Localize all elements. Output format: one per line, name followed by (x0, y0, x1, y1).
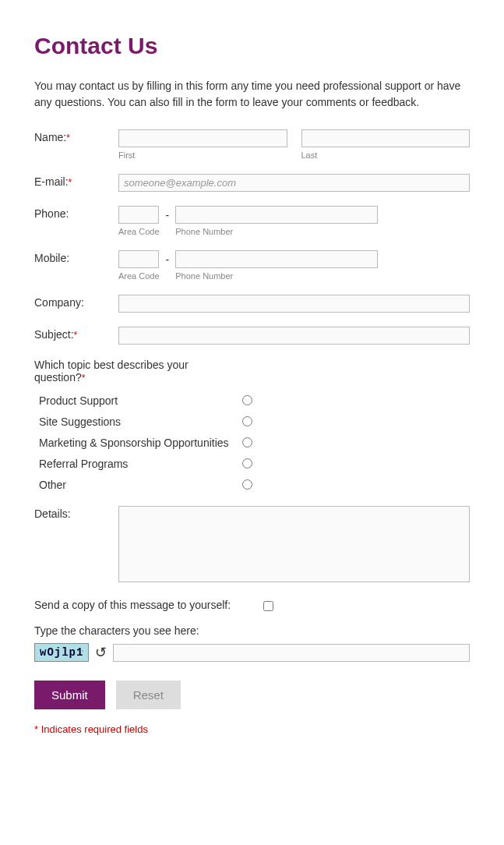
topic-radio-product-support[interactable] (242, 395, 252, 405)
phone-number-sublabel: Phone Number (175, 227, 470, 236)
first-name-input[interactable] (118, 129, 287, 147)
topic-question: Which topic best describes your question… (34, 359, 237, 384)
phone-number-input[interactable] (175, 206, 378, 224)
phone-area-sublabel: Area Code (118, 227, 160, 236)
mobile-number-sublabel: Phone Number (175, 271, 470, 281)
name-label: Name:* (34, 129, 118, 143)
details-textarea[interactable] (118, 506, 470, 582)
company-label: Company: (34, 295, 118, 309)
captcha-input[interactable] (113, 644, 470, 662)
email-label: E-mail:* (34, 174, 118, 188)
dash-separator: - (166, 206, 170, 221)
intro-text: You may contact us by filling in this fo… (34, 78, 470, 111)
topic-option-label: Referral Programs (34, 453, 234, 474)
captcha-image: wOjlp1 (34, 643, 89, 662)
dash-separator: - (166, 250, 170, 266)
page-title: Contact Us (34, 33, 470, 59)
mobile-label: Mobile: (34, 250, 118, 264)
subject-label: Subject:* (34, 327, 118, 341)
topic-radio-marketing[interactable] (242, 437, 252, 447)
submit-button[interactable]: Submit (34, 681, 105, 709)
mobile-area-input[interactable] (118, 250, 159, 268)
last-name-input[interactable] (301, 129, 471, 147)
mobile-number-input[interactable] (175, 250, 378, 268)
details-label: Details: (34, 506, 118, 520)
mobile-area-sublabel: Area Code (118, 271, 160, 281)
subject-input[interactable] (118, 327, 470, 345)
topic-option-label: Site Suggestions (34, 411, 234, 432)
reset-button[interactable]: Reset (116, 681, 181, 709)
topic-option-label: Other (34, 474, 234, 495)
topic-radio-other[interactable] (242, 479, 252, 490)
phone-label: Phone: (34, 206, 118, 220)
topic-option-label: Product Support (34, 390, 234, 411)
topic-radio-site-suggestions[interactable] (242, 416, 252, 426)
last-name-sublabel: Last (301, 150, 471, 160)
topic-option-label: Marketing & Sponsorship Opportunities (34, 432, 234, 453)
captcha-label: Type the characters you see here: (34, 624, 470, 637)
required-note: * Indicates required fields (34, 723, 470, 735)
phone-area-input[interactable] (118, 206, 159, 224)
first-name-sublabel: First (118, 150, 287, 160)
copy-self-label: Send a copy of this message to yourself: (34, 599, 260, 611)
copy-self-checkbox[interactable] (263, 601, 273, 611)
company-input[interactable] (118, 295, 470, 313)
email-input[interactable] (118, 174, 470, 192)
topic-radio-referral[interactable] (242, 458, 252, 468)
refresh-icon[interactable]: ↻ (95, 644, 107, 661)
